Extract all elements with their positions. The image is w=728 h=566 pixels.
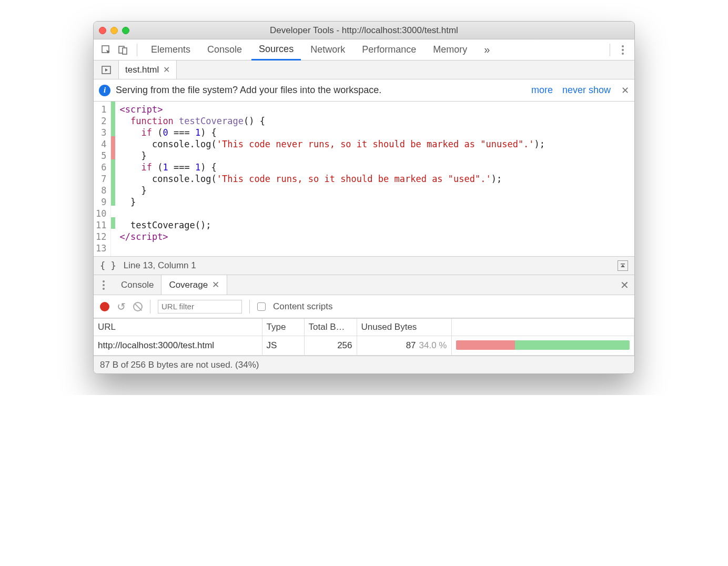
coverage-statusbar: 87 B of 256 B bytes are not used. (34%)	[94, 356, 634, 373]
infobar-message: Serving from the file system? Add your f…	[116, 85, 381, 96]
cell-bar	[451, 336, 634, 356]
infobar-never-show-link[interactable]: never show	[562, 85, 611, 96]
col-bar[interactable]	[451, 319, 634, 336]
minimize-window-button[interactable]	[110, 27, 118, 34]
coverage-toolbar: ↻ Content scripts	[94, 295, 634, 318]
show-navigator-icon[interactable]	[94, 60, 119, 79]
cell-total: 256	[304, 336, 357, 356]
divider	[610, 44, 610, 56]
cell-url: http://localhost:3000/test.html	[94, 336, 262, 356]
editor-statusbar: { } Line 13, Column 1	[94, 256, 634, 275]
overflow-tabs-button[interactable]: »	[477, 39, 497, 60]
pretty-print-icon[interactable]: { }	[100, 260, 116, 271]
infobar-close-icon[interactable]: ✕	[621, 85, 629, 96]
record-button[interactable]	[100, 302, 109, 311]
window-title: Developer Tools - http://localhost:3000/…	[94, 25, 634, 36]
inspect-element-icon[interactable]	[99, 43, 114, 57]
drawer-tab-coverage[interactable]: Coverage✕	[161, 275, 227, 295]
clear-icon[interactable]	[133, 302, 143, 311]
code-content[interactable]: <script> function testCoverage() { if (0…	[115, 102, 634, 256]
col-total[interactable]: Total B…	[304, 319, 357, 336]
infobar-more-link[interactable]: more	[531, 85, 553, 96]
tab-memory[interactable]: Memory	[426, 39, 474, 60]
close-tab-icon[interactable]: ✕	[212, 279, 219, 290]
settings-menu-icon[interactable]	[616, 45, 629, 55]
coverage-gutter	[111, 102, 115, 256]
drawer-close-icon[interactable]: ✕	[614, 275, 634, 295]
workspace-infobar: i Serving from the file system? Add your…	[94, 79, 634, 102]
devtools-window: Developer Tools - http://localhost:3000/…	[93, 21, 635, 374]
content-scripts-checkbox[interactable]	[257, 302, 266, 311]
zoom-window-button[interactable]	[122, 27, 129, 34]
tab-sources[interactable]: Sources	[251, 40, 301, 60]
drawer-menu-icon[interactable]	[94, 275, 114, 295]
main-tabbar: ElementsConsoleSourcesNetworkPerformance…	[94, 39, 634, 60]
col-url[interactable]: URL	[94, 319, 262, 336]
tab-performance[interactable]: Performance	[355, 39, 423, 60]
table-header-row: URL Type Total B… Unused Bytes	[94, 319, 634, 336]
window-controls	[99, 27, 129, 34]
titlebar: Developer Tools - http://localhost:3000/…	[94, 22, 634, 39]
coverage-table: URL Type Total B… Unused Bytes http://lo…	[94, 318, 634, 356]
table-row[interactable]: http://localhost:3000/test.htmlJS2568734…	[94, 336, 634, 356]
line-number-gutter: 12345678910111213	[94, 102, 111, 256]
toggle-navigator-icon[interactable]	[618, 260, 628, 271]
tab-network[interactable]: Network	[303, 39, 352, 60]
drawer-tab-label: Console	[121, 280, 154, 290]
info-icon: i	[99, 85, 110, 96]
cell-unused: 8734.0 %	[357, 336, 451, 356]
file-tab[interactable]: test.html✕	[119, 60, 177, 79]
drawer-tabbar: ConsoleCoverage✕ ✕	[94, 275, 634, 295]
tab-console[interactable]: Console	[200, 39, 249, 60]
divider	[137, 44, 137, 56]
source-editor[interactable]: 12345678910111213 <script> function test…	[94, 102, 634, 256]
drawer-tab-label: Coverage	[169, 280, 208, 290]
cell-type: JS	[262, 336, 304, 356]
file-tab-label: test.html	[125, 65, 159, 75]
file-tabbar: test.html✕	[94, 60, 634, 79]
url-filter-input[interactable]	[158, 300, 242, 314]
close-window-button[interactable]	[99, 27, 106, 34]
divider	[249, 300, 250, 314]
close-tab-icon[interactable]: ✕	[163, 65, 170, 75]
col-type[interactable]: Type	[262, 319, 304, 336]
device-toolbar-icon[interactable]	[116, 43, 130, 57]
cursor-position: Line 13, Column 1	[124, 260, 196, 271]
reload-icon[interactable]: ↻	[117, 300, 126, 313]
coverage-summary: 87 B of 256 B bytes are not used. (34%)	[100, 360, 259, 370]
svg-rect-2	[123, 48, 127, 54]
divider	[150, 300, 150, 314]
col-unused[interactable]: Unused Bytes	[357, 319, 451, 336]
drawer-tab-console[interactable]: Console	[114, 275, 161, 295]
content-scripts-label: Content scripts	[273, 301, 332, 312]
tab-elements[interactable]: Elements	[144, 39, 198, 60]
svg-rect-4	[621, 264, 625, 265]
